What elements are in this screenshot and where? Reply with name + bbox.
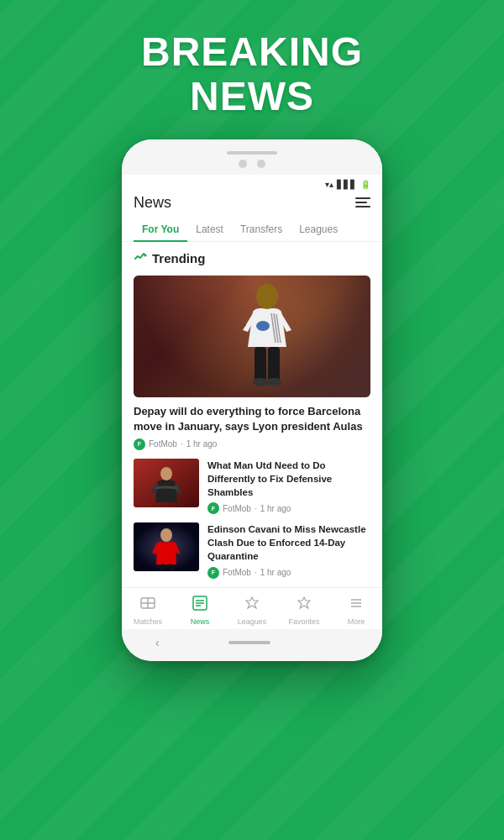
svg-point-5 — [253, 378, 268, 386]
svg-point-9 — [160, 467, 172, 480]
app-header: News — [122, 191, 382, 218]
nav-favorites-label: Favorites — [288, 617, 319, 626]
tab-bar: For You Latest Transfers Leagues — [122, 218, 382, 242]
nav-more-label: More — [348, 617, 365, 626]
small-article-1-content: What Man Utd Need to Do Differently to F… — [207, 459, 370, 514]
small-article-1[interactable]: What Man Utd Need to Do Differently to F… — [134, 459, 370, 514]
nav-news-label: News — [191, 617, 210, 626]
svg-point-12 — [160, 528, 172, 542]
small-article-1-title: What Man Utd Need to Do Differently to F… — [207, 459, 370, 499]
header-line2: NEWS — [141, 75, 363, 119]
main-article-time: 1 hr ago — [186, 439, 218, 449]
player-svg — [229, 280, 305, 397]
matches-icon — [139, 595, 156, 616]
phone-bottom: ‹ — [122, 629, 382, 661]
nav-leagues-label: Leagues — [238, 617, 267, 626]
small-article-2-image — [134, 522, 199, 571]
small-article-2-source: FotMob — [223, 568, 251, 577]
phone-mockup: ▾▴ ▋▋▋ 🔋 News For You Latest Transfers L… — [122, 139, 382, 661]
menu-line-3 — [355, 206, 370, 207]
small-article-1-image — [134, 459, 199, 507]
main-article[interactable]: Depay will do everything to force Barcel… — [134, 276, 370, 450]
small-article-2-title: Edinson Cavani to Miss Newcastle Clash D… — [207, 522, 370, 563]
filter-button[interactable] — [355, 197, 370, 207]
svg-rect-3 — [255, 347, 266, 381]
phone-top — [122, 139, 382, 175]
tab-latest[interactable]: Latest — [187, 218, 232, 242]
menu-line-1 — [355, 197, 370, 199]
camera-area — [239, 160, 265, 168]
main-article-title: Depay will do everything to force Barcel… — [134, 404, 370, 434]
nav-leagues[interactable]: Leagues — [231, 595, 273, 626]
fotmob-logo: F — [134, 438, 145, 450]
small-article-2-meta: F FotMob · 1 hr ago — [207, 567, 370, 579]
nav-matches[interactable]: Matches — [127, 595, 169, 626]
wifi-icon: ▾▴ — [325, 180, 333, 189]
trending-section-header: Trending — [134, 250, 370, 267]
main-article-meta: F FotMob · 1 hr ago — [134, 438, 370, 450]
svg-point-0 — [144, 254, 147, 256]
breaking-news-header: BREAKING NEWS — [124, 0, 380, 139]
nav-news[interactable]: News — [179, 595, 221, 626]
battery-icon: 🔋 — [360, 180, 370, 189]
phone-screen: ▾▴ ▋▋▋ 🔋 News For You Latest Transfers L… — [122, 175, 382, 629]
trending-label: Trending — [152, 251, 205, 265]
earpiece — [227, 151, 277, 155]
small-article-2[interactable]: Edinson Cavani to Miss Newcastle Clash D… — [134, 522, 370, 578]
fotmob-logo-2: F — [207, 502, 219, 514]
small-article-1-meta: F FotMob · 1 hr ago — [207, 502, 370, 514]
small-article-2-content: Edinson Cavani to Miss Newcastle Clash D… — [207, 522, 370, 578]
meta-separator: · — [181, 439, 183, 449]
small-article-2-time: 1 hr ago — [260, 568, 291, 577]
home-bar[interactable] — [228, 641, 270, 644]
main-article-source: FotMob — [149, 439, 177, 449]
more-icon — [348, 595, 365, 616]
back-arrow[interactable]: ‹ — [155, 636, 160, 649]
svg-point-2 — [256, 321, 270, 331]
trending-icon — [134, 250, 147, 267]
tab-for-you[interactable]: For You — [134, 218, 187, 242]
meta-separator-3: · — [255, 568, 257, 577]
nav-more[interactable]: More — [335, 595, 377, 626]
app-title: News — [134, 194, 171, 212]
small-article-1-time: 1 hr ago — [260, 504, 291, 513]
meta-separator-2: · — [255, 504, 257, 513]
svg-point-6 — [266, 378, 281, 386]
content-area: Trending — [122, 242, 382, 587]
speaker-dot — [257, 160, 265, 168]
page-wrapper: BREAKING NEWS ▾▴ ▋▋▋ 🔋 News — [0, 0, 504, 840]
breaking-news-title: BREAKING NEWS — [141, 30, 363, 119]
tab-transfers[interactable]: Transfers — [232, 218, 291, 242]
header-line1: BREAKING — [141, 30, 363, 75]
tab-leagues[interactable]: Leagues — [291, 218, 346, 242]
small-article-1-source: FotMob — [223, 504, 251, 513]
main-article-image — [134, 276, 370, 397]
leagues-icon — [244, 595, 260, 616]
svg-rect-4 — [268, 347, 280, 381]
menu-line-2 — [355, 202, 367, 203]
bottom-nav: Matches News — [122, 587, 382, 629]
status-bar: ▾▴ ▋▋▋ 🔋 — [122, 175, 382, 191]
front-camera — [239, 160, 247, 168]
fotmob-logo-3: F — [207, 567, 219, 579]
svg-point-1 — [256, 284, 278, 309]
news-icon — [192, 595, 208, 616]
signal-icon: ▋▋▋ — [337, 180, 357, 189]
nav-matches-label: Matches — [134, 617, 162, 626]
nav-favorites[interactable]: Favorites — [283, 595, 325, 626]
favorites-icon — [296, 595, 312, 616]
